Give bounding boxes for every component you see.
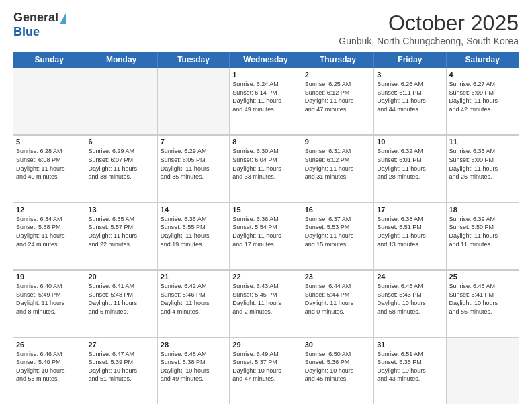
day-header-saturday: Saturday <box>447 52 519 68</box>
day-number: 27 <box>88 340 154 349</box>
day-number: 10 <box>377 138 443 146</box>
calendar-cell: 20Sunrise: 6:41 AM Sunset: 5:48 PM Dayli… <box>85 270 157 336</box>
day-header-monday: Monday <box>85 52 157 68</box>
cell-info: Sunrise: 6:51 AM Sunset: 5:35 PM Dayligh… <box>377 350 443 383</box>
day-number: 17 <box>377 205 443 214</box>
logo-blue: Blue <box>13 25 40 39</box>
day-header-sunday: Sunday <box>13 52 85 68</box>
calendar-cell: 6Sunrise: 6:29 AM Sunset: 6:07 PM Daylig… <box>85 135 157 201</box>
calendar-cell <box>158 68 230 134</box>
calendar-cell: 5Sunrise: 6:28 AM Sunset: 6:08 PM Daylig… <box>13 135 85 201</box>
calendar-cell: 12Sunrise: 6:34 AM Sunset: 5:58 PM Dayli… <box>13 203 85 269</box>
title-block: October 2025 Gunbuk, North Chungcheong, … <box>339 11 519 46</box>
cell-info: Sunrise: 6:32 AM Sunset: 6:01 PM Dayligh… <box>377 147 443 181</box>
calendar-cell: 14Sunrise: 6:35 AM Sunset: 5:55 PM Dayli… <box>158 203 230 269</box>
day-number: 21 <box>161 273 226 281</box>
day-number: 22 <box>232 273 298 281</box>
calendar-cell: 17Sunrise: 6:38 AM Sunset: 5:51 PM Dayli… <box>374 203 446 269</box>
cell-info: Sunrise: 6:45 AM Sunset: 5:43 PM Dayligh… <box>377 282 443 316</box>
day-number: 28 <box>161 340 226 349</box>
day-number: 3 <box>377 71 443 79</box>
cell-info: Sunrise: 6:37 AM Sunset: 5:53 PM Dayligh… <box>305 215 371 248</box>
cell-info: Sunrise: 6:43 AM Sunset: 5:45 PM Dayligh… <box>232 282 298 316</box>
cell-info: Sunrise: 6:34 AM Sunset: 5:58 PM Dayligh… <box>16 215 82 248</box>
calendar: SundayMondayTuesdayWednesdayThursdayFrid… <box>13 52 519 404</box>
calendar-cell: 28Sunrise: 6:48 AM Sunset: 5:38 PM Dayli… <box>158 338 230 404</box>
calendar-row-1: 1Sunrise: 6:24 AM Sunset: 6:14 PM Daylig… <box>13 68 519 135</box>
calendar-row-3: 12Sunrise: 6:34 AM Sunset: 5:58 PM Dayli… <box>13 203 519 270</box>
cell-info: Sunrise: 6:28 AM Sunset: 6:08 PM Dayligh… <box>16 147 82 181</box>
day-number: 6 <box>88 138 154 146</box>
calendar-cell: 3Sunrise: 6:26 AM Sunset: 6:11 PM Daylig… <box>374 68 446 134</box>
cell-info: Sunrise: 6:44 AM Sunset: 5:44 PM Dayligh… <box>305 282 371 316</box>
page: General Blue October 2025 Gunbuk, North … <box>0 0 532 411</box>
month-title: October 2025 <box>339 11 519 36</box>
day-number: 25 <box>449 273 516 281</box>
header: General Blue October 2025 Gunbuk, North … <box>13 11 519 46</box>
day-number: 2 <box>305 71 371 79</box>
location-subtitle: Gunbuk, North Chungcheong, South Korea <box>339 36 519 46</box>
calendar-cell: 11Sunrise: 6:33 AM Sunset: 6:00 PM Dayli… <box>447 135 519 201</box>
calendar-cell: 25Sunrise: 6:45 AM Sunset: 5:41 PM Dayli… <box>447 270 519 336</box>
calendar-cell: 31Sunrise: 6:51 AM Sunset: 5:35 PM Dayli… <box>374 338 446 404</box>
cell-info: Sunrise: 6:30 AM Sunset: 6:04 PM Dayligh… <box>232 147 298 181</box>
calendar-cell: 10Sunrise: 6:32 AM Sunset: 6:01 PM Dayli… <box>374 135 446 201</box>
calendar-cell <box>13 68 85 134</box>
day-number: 30 <box>305 340 371 349</box>
calendar-row-5: 26Sunrise: 6:46 AM Sunset: 5:40 PM Dayli… <box>13 338 519 404</box>
calendar-cell: 27Sunrise: 6:47 AM Sunset: 5:39 PM Dayli… <box>85 338 157 404</box>
day-header-wednesday: Wednesday <box>230 52 302 68</box>
calendar-cell <box>85 68 157 134</box>
day-header-friday: Friday <box>374 52 446 68</box>
cell-info: Sunrise: 6:29 AM Sunset: 6:07 PM Dayligh… <box>88 147 154 181</box>
calendar-cell: 13Sunrise: 6:35 AM Sunset: 5:57 PM Dayli… <box>85 203 157 269</box>
day-number: 26 <box>16 340 82 349</box>
day-header-tuesday: Tuesday <box>158 52 230 68</box>
day-number: 12 <box>16 205 82 214</box>
cell-info: Sunrise: 6:35 AM Sunset: 5:57 PM Dayligh… <box>88 215 154 248</box>
cell-info: Sunrise: 6:46 AM Sunset: 5:40 PM Dayligh… <box>16 350 82 383</box>
day-number: 29 <box>232 340 298 349</box>
day-header-thursday: Thursday <box>302 52 374 68</box>
cell-info: Sunrise: 6:49 AM Sunset: 5:37 PM Dayligh… <box>232 350 298 383</box>
day-number: 4 <box>449 71 516 79</box>
cell-info: Sunrise: 6:39 AM Sunset: 5:50 PM Dayligh… <box>449 215 516 248</box>
calendar-cell: 15Sunrise: 6:36 AM Sunset: 5:54 PM Dayli… <box>230 203 302 269</box>
calendar-cell: 9Sunrise: 6:31 AM Sunset: 6:02 PM Daylig… <box>302 135 374 201</box>
day-number: 11 <box>449 138 516 146</box>
calendar-cell: 24Sunrise: 6:45 AM Sunset: 5:43 PM Dayli… <box>374 270 446 336</box>
calendar-cell: 30Sunrise: 6:50 AM Sunset: 5:36 PM Dayli… <box>302 338 374 404</box>
day-number: 20 <box>88 273 154 281</box>
day-number: 5 <box>16 138 82 146</box>
calendar-cell: 16Sunrise: 6:37 AM Sunset: 5:53 PM Dayli… <box>302 203 374 269</box>
cell-info: Sunrise: 6:40 AM Sunset: 5:49 PM Dayligh… <box>16 282 82 316</box>
logo-general: General <box>13 11 58 25</box>
cell-info: Sunrise: 6:24 AM Sunset: 6:14 PM Dayligh… <box>232 80 298 113</box>
calendar-row-4: 19Sunrise: 6:40 AM Sunset: 5:49 PM Dayli… <box>13 270 519 337</box>
calendar-cell <box>447 338 519 404</box>
day-number: 9 <box>305 138 371 146</box>
logo-triangle-icon <box>60 12 66 24</box>
day-number: 13 <box>88 205 154 214</box>
day-number: 7 <box>161 138 226 146</box>
cell-info: Sunrise: 6:38 AM Sunset: 5:51 PM Dayligh… <box>377 215 443 248</box>
day-number: 1 <box>232 71 298 79</box>
cell-info: Sunrise: 6:31 AM Sunset: 6:02 PM Dayligh… <box>305 147 371 181</box>
calendar-cell: 7Sunrise: 6:29 AM Sunset: 6:05 PM Daylig… <box>158 135 230 201</box>
calendar-cell: 18Sunrise: 6:39 AM Sunset: 5:50 PM Dayli… <box>447 203 519 269</box>
cell-info: Sunrise: 6:33 AM Sunset: 6:00 PM Dayligh… <box>449 147 516 181</box>
calendar-cell: 21Sunrise: 6:42 AM Sunset: 5:46 PM Dayli… <box>158 270 230 336</box>
day-number: 8 <box>232 138 298 146</box>
calendar-cell: 19Sunrise: 6:40 AM Sunset: 5:49 PM Dayli… <box>13 270 85 336</box>
cell-info: Sunrise: 6:36 AM Sunset: 5:54 PM Dayligh… <box>232 215 298 248</box>
calendar-cell: 8Sunrise: 6:30 AM Sunset: 6:04 PM Daylig… <box>230 135 302 201</box>
cell-info: Sunrise: 6:26 AM Sunset: 6:11 PM Dayligh… <box>377 80 443 113</box>
day-number: 23 <box>305 273 371 281</box>
day-number: 19 <box>16 273 82 281</box>
calendar-cell: 1Sunrise: 6:24 AM Sunset: 6:14 PM Daylig… <box>230 68 302 134</box>
calendar-cell: 23Sunrise: 6:44 AM Sunset: 5:44 PM Dayli… <box>302 270 374 336</box>
cell-info: Sunrise: 6:27 AM Sunset: 6:09 PM Dayligh… <box>449 80 516 113</box>
calendar-cell: 26Sunrise: 6:46 AM Sunset: 5:40 PM Dayli… <box>13 338 85 404</box>
cell-info: Sunrise: 6:45 AM Sunset: 5:41 PM Dayligh… <box>449 282 516 316</box>
calendar-cell: 4Sunrise: 6:27 AM Sunset: 6:09 PM Daylig… <box>447 68 519 134</box>
